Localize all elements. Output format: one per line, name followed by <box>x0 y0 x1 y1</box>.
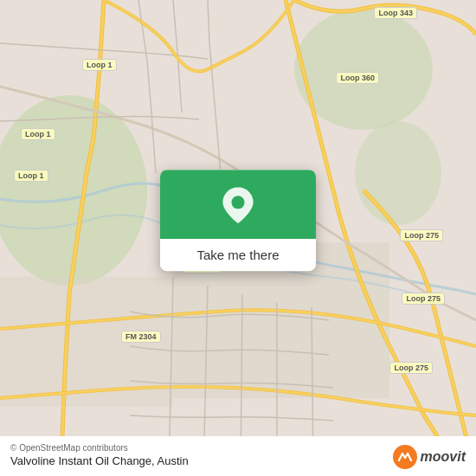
take-me-there-button[interactable]: Take me there <box>160 239 316 271</box>
road-label-loop343: Loop 343 <box>374 7 417 19</box>
moovit-logo: moovit <box>393 445 466 469</box>
road-label-loop275-top: Loop 275 <box>400 229 443 241</box>
road-label-loop360: Loop 360 <box>336 72 379 84</box>
road-label-loop1-mid: Loop 1 <box>21 128 55 140</box>
road-label-loop275-bot: Loop 275 <box>389 362 433 374</box>
svg-point-6 <box>231 196 244 209</box>
moovit-icon <box>393 445 417 469</box>
popup-card: Take me there <box>160 170 316 271</box>
popup-green-header <box>160 170 316 239</box>
location-pin-icon <box>220 187 256 223</box>
svg-point-3 <box>355 121 441 225</box>
road-label-loop275-mid: Loop 275 <box>402 293 445 305</box>
road-label-fm2304-bot: FM 2304 <box>121 331 161 343</box>
map-container: Loop 343 Loop 360 Loop 1 Loop 1 Loop 1 L… <box>0 0 476 476</box>
moovit-text: moovit <box>421 449 466 465</box>
road-label-loop1-bot: Loop 1 <box>14 170 48 182</box>
road-label-loop1-top: Loop 1 <box>82 59 117 71</box>
